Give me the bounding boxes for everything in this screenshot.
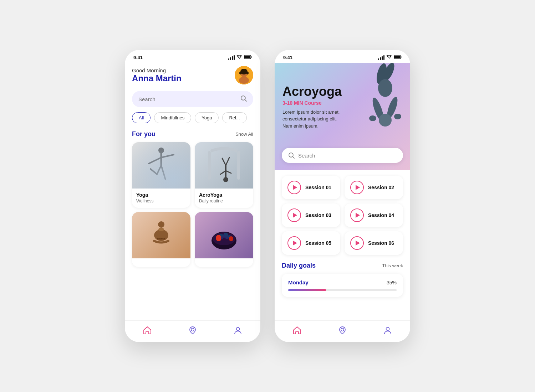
- avatar[interactable]: [235, 66, 253, 84]
- bar3-2: [382, 56, 383, 60]
- card-yoga-subtitle: Wellness: [136, 198, 186, 203]
- svg-point-37: [216, 235, 221, 241]
- section-title: For you: [132, 130, 156, 138]
- svg-point-54: [394, 114, 401, 119]
- search-input-2[interactable]: [298, 153, 397, 159]
- svg-line-24: [226, 171, 231, 173]
- nav-home-1[interactable]: [143, 326, 152, 335]
- session-label-6: Session 06: [368, 240, 394, 246]
- goal-row: Monday 35%: [288, 279, 397, 285]
- session-card-5[interactable]: Session 05: [282, 231, 340, 255]
- hero-desc: Lorem ipsum dolor sit amet, consectetur …: [282, 109, 347, 130]
- nav-profile-1[interactable]: [233, 326, 243, 335]
- cards-grid: Yoga Wellness: [132, 142, 253, 267]
- search-bar-2[interactable]: [282, 148, 403, 163]
- battery-icon-2: [394, 55, 402, 60]
- svg-point-39: [223, 235, 225, 238]
- session-label-5: Session 05: [305, 240, 331, 246]
- svg-point-38: [229, 236, 233, 241]
- svg-point-55: [289, 153, 293, 157]
- svg-text:smart&: smart&: [157, 237, 165, 240]
- phone2-main: Session 01 Session 02 Session 03 Session…: [275, 170, 410, 320]
- good-morning: Good Morning: [132, 67, 182, 73]
- card-acro-subtitle: Daily routine: [199, 198, 249, 203]
- search-bar-1[interactable]: [132, 91, 253, 107]
- card-smoothie-info: [195, 258, 253, 267]
- goal-percentage: 35%: [387, 280, 397, 285]
- nav-location-1[interactable]: [188, 326, 197, 335]
- hero-course: 3-10 MIN Course: [282, 100, 347, 106]
- daily-goals-section: Daily goals This week Monday 35%: [282, 262, 403, 297]
- filter-relax[interactable]: Rel...: [222, 112, 246, 123]
- session-card-2[interactable]: Session 02: [345, 176, 403, 199]
- bar4: [234, 55, 235, 60]
- avatar-image: [235, 66, 253, 84]
- section-header: For you Show All: [132, 130, 253, 138]
- search-icon-1: [240, 95, 247, 103]
- wifi-icon-2: [386, 55, 392, 60]
- goal-card-monday: Monday 35%: [282, 274, 403, 297]
- play-btn-2[interactable]: [350, 181, 364, 194]
- signal-bars-2: [378, 56, 384, 60]
- greeting-text: Good Morning Anna Martin: [132, 67, 182, 83]
- svg-point-5: [239, 77, 249, 84]
- session-label-4: Session 04: [368, 212, 394, 218]
- card-acro-title: AcroYoga: [199, 192, 249, 198]
- svg-line-15: [161, 155, 174, 158]
- svg-line-11: [245, 100, 246, 101]
- signal-bars-1: [228, 56, 235, 60]
- session-card-4[interactable]: Session 04: [345, 203, 403, 227]
- nav-home-2[interactable]: [292, 326, 302, 335]
- svg-line-25: [222, 158, 226, 165]
- filter-mindfulness[interactable]: Mindfullnes: [154, 112, 191, 123]
- svg-point-8: [246, 72, 249, 74]
- svg-rect-2: [251, 56, 252, 58]
- status-time-2: 9:41: [283, 55, 292, 60]
- filter-all[interactable]: All: [132, 112, 151, 123]
- card-yoga[interactable]: Yoga Wellness: [132, 142, 190, 208]
- bar4-2: [383, 55, 384, 60]
- svg-rect-20: [237, 151, 240, 180]
- status-bar-2: 9:41: [275, 50, 410, 63]
- status-bar-1: 9:41: [125, 50, 260, 63]
- show-all-button[interactable]: Show All: [235, 131, 253, 137]
- daily-goals-title: Daily goals: [282, 262, 316, 269]
- play-btn-6[interactable]: [350, 236, 364, 250]
- search-input-1[interactable]: [138, 96, 237, 102]
- svg-rect-45: [394, 56, 400, 58]
- play-btn-3[interactable]: [287, 208, 301, 222]
- play-btn-4[interactable]: [350, 208, 364, 222]
- svg-line-17: [161, 165, 165, 180]
- session-card-3[interactable]: Session 03: [282, 203, 340, 227]
- svg-point-9: [241, 69, 247, 72]
- card-acro[interactable]: AcroYoga Daily routine: [195, 142, 253, 208]
- filter-yoga[interactable]: Yoga: [195, 112, 219, 123]
- play-icon-2: [356, 185, 360, 190]
- phone1: 9:41: [125, 50, 260, 342]
- play-icon-3: [293, 213, 297, 218]
- play-btn-1[interactable]: [287, 181, 301, 194]
- greeting-section: Good Morning Anna Martin: [132, 66, 253, 84]
- session-card-1[interactable]: Session 01: [282, 176, 340, 199]
- daily-goals-header: Daily goals This week: [282, 262, 403, 269]
- svg-point-41: [221, 237, 223, 239]
- card-yoga-image: [132, 142, 190, 189]
- progress-bar: [288, 289, 397, 291]
- battery-icon-1: [244, 55, 252, 60]
- card-yoga-info: Yoga Wellness: [132, 189, 190, 208]
- card-meditation[interactable]: smart&: [132, 212, 190, 267]
- play-icon-5: [293, 241, 297, 246]
- play-btn-5[interactable]: [287, 236, 301, 250]
- nav-profile-2[interactable]: [383, 326, 392, 335]
- svg-point-21: [223, 177, 228, 182]
- svg-line-18: [151, 169, 157, 174]
- bottom-nav-2: [275, 320, 410, 342]
- session-card-6[interactable]: Session 06: [345, 231, 403, 255]
- status-icons-1: [228, 55, 252, 60]
- phone1-main: Good Morning Anna Martin: [125, 63, 260, 320]
- card-smoothie[interactable]: [195, 212, 253, 267]
- card-meditation-image: smart&: [132, 212, 190, 258]
- svg-line-26: [226, 158, 229, 165]
- nav-location-2[interactable]: [338, 326, 347, 335]
- session-label-3: Session 03: [305, 212, 331, 218]
